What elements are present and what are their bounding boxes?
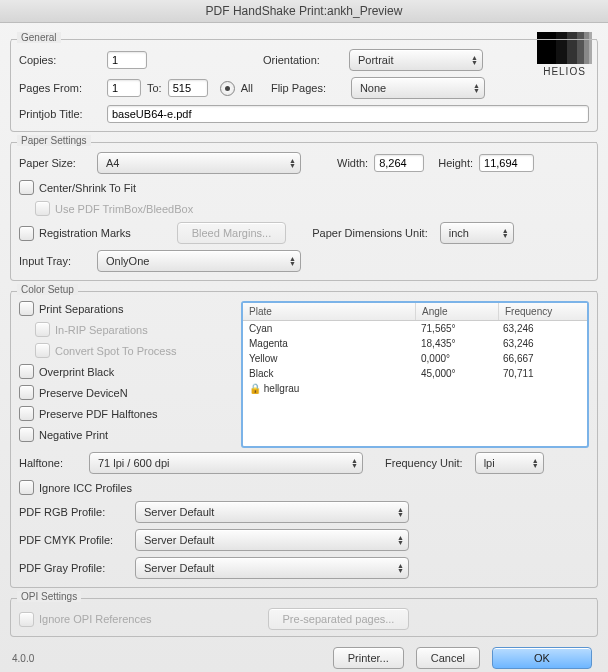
devicen-checkbox[interactable]: Preserve DeviceN xyxy=(19,385,128,400)
cancel-button[interactable]: Cancel xyxy=(416,647,480,669)
ignoreicc-checkbox[interactable]: Ignore ICC Profiles xyxy=(19,480,132,495)
paper-size-label: Paper Size: xyxy=(19,157,91,169)
printjob-label: Printjob Title: xyxy=(19,108,101,120)
to-label: To: xyxy=(147,82,162,94)
plate-table[interactable]: Plate Angle Frequency Cyan71,565°63,246M… xyxy=(241,301,589,448)
chevron-updown-icon: ▲▼ xyxy=(532,458,539,468)
pages-from-label: Pages From: xyxy=(19,82,101,94)
table-header-freq: Frequency xyxy=(499,303,587,320)
table-row[interactable]: Black45,000°70,711 xyxy=(243,366,587,381)
table-header-angle: Angle xyxy=(416,303,499,320)
pdfhalftone-checkbox[interactable]: Preserve PDF Halftones xyxy=(19,406,158,421)
tray-select[interactable]: OnlyOne▲▼ xyxy=(97,250,301,272)
opi-group: OPI Settings Ignore OPI References Pre-s… xyxy=(10,598,598,637)
presep-button: Pre-separated pages... xyxy=(268,608,410,630)
halftone-select[interactable]: 71 lpi / 600 dpi▲▼ xyxy=(89,452,363,474)
window-title: PDF HandShake Print:ankh_Preview xyxy=(0,0,608,23)
table-row[interactable]: Cyan71,565°63,246 xyxy=(243,321,587,336)
orientation-select[interactable]: Portrait▲▼ xyxy=(349,49,483,71)
negative-checkbox[interactable]: Negative Print xyxy=(19,427,108,442)
paper-legend: Paper Settings xyxy=(17,135,91,146)
overprint-checkbox[interactable]: Overprint Black xyxy=(19,364,114,379)
trimbox-checkbox: Use PDF TrimBox/BleedBox xyxy=(35,201,193,216)
printer-button[interactable]: Printer... xyxy=(333,647,404,669)
gray-select[interactable]: Server Default▲▼ xyxy=(135,557,409,579)
flip-label: Flip Pages: xyxy=(271,82,345,94)
frequnit-select[interactable]: lpi▲▼ xyxy=(475,452,544,474)
cmyk-select[interactable]: Server Default▲▼ xyxy=(135,529,409,551)
paper-group: Paper Settings Paper Size: A4▲▼ Width: H… xyxy=(10,142,598,281)
pages-to-input[interactable] xyxy=(168,79,208,97)
gray-label: PDF Gray Profile: xyxy=(19,562,129,574)
paper-unit-select[interactable]: inch▲▼ xyxy=(440,222,514,244)
chevron-updown-icon: ▲▼ xyxy=(397,563,404,573)
version-label: 4.0.0 xyxy=(12,653,34,664)
chevron-updown-icon: ▲▼ xyxy=(289,256,296,266)
frequnit-label: Frequency Unit: xyxy=(385,457,463,469)
copies-label: Copies: xyxy=(19,54,101,66)
inrip-checkbox: In-RIP Separations xyxy=(35,322,148,337)
height-label: Height: xyxy=(438,157,473,169)
lock-icon: 🔒 xyxy=(249,383,261,394)
bleed-margins-button: Bleed Margins... xyxy=(177,222,286,244)
copies-input[interactable] xyxy=(107,51,147,69)
spot-checkbox: Convert Spot To Process xyxy=(35,343,176,358)
paper-size-select[interactable]: A4▲▼ xyxy=(97,152,301,174)
rgb-label: PDF RGB Profile: xyxy=(19,506,129,518)
flip-select[interactable]: None▲▼ xyxy=(351,77,485,99)
chevron-updown-icon: ▲▼ xyxy=(397,507,404,517)
halftone-label: Halftone: xyxy=(19,457,83,469)
general-group: General Copies: Orientation: Portrait▲▼ … xyxy=(10,39,598,132)
table-header-plate: Plate xyxy=(243,303,416,320)
pages-from-input[interactable] xyxy=(107,79,141,97)
chevron-updown-icon: ▲▼ xyxy=(502,228,509,238)
all-label: All xyxy=(241,82,253,94)
regmarks-checkbox[interactable]: Registration Marks xyxy=(19,226,131,241)
table-row[interactable]: Yellow0,000°66,667 xyxy=(243,351,587,366)
all-pages-radio[interactable] xyxy=(220,81,235,96)
chevron-updown-icon: ▲▼ xyxy=(397,535,404,545)
color-group: Color Setup Print Separations In-RIP Sep… xyxy=(10,291,598,588)
chevron-updown-icon: ▲▼ xyxy=(289,158,296,168)
chevron-updown-icon: ▲▼ xyxy=(473,83,480,93)
center-shrink-checkbox[interactable]: Center/Shrink To Fit xyxy=(19,180,136,195)
rgb-select[interactable]: Server Default▲▼ xyxy=(135,501,409,523)
orientation-label: Orientation: xyxy=(263,54,343,66)
print-separations-checkbox[interactable]: Print Separations xyxy=(19,301,123,316)
tray-label: Input Tray: xyxy=(19,255,91,267)
chevron-updown-icon: ▲▼ xyxy=(471,55,478,65)
table-row[interactable]: 🔒 hellgrau xyxy=(243,381,587,396)
ok-button[interactable]: OK xyxy=(492,647,592,669)
opi-legend: OPI Settings xyxy=(17,591,81,602)
paper-unit-label: Paper Dimensions Unit: xyxy=(312,227,428,239)
cmyk-label: PDF CMYK Profile: xyxy=(19,534,129,546)
chevron-updown-icon: ▲▼ xyxy=(351,458,358,468)
width-label: Width: xyxy=(337,157,368,169)
width-input[interactable] xyxy=(374,154,424,172)
printjob-input[interactable] xyxy=(107,105,589,123)
height-input[interactable] xyxy=(479,154,534,172)
color-legend: Color Setup xyxy=(17,284,78,295)
ignore-opi-checkbox: Ignore OPI References xyxy=(19,612,152,627)
general-legend: General xyxy=(17,32,61,43)
table-row[interactable]: Magenta18,435°63,246 xyxy=(243,336,587,351)
